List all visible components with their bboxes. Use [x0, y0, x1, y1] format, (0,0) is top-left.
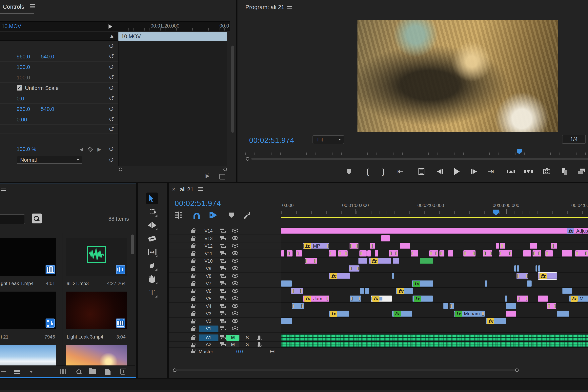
add-marker-icon[interactable] — [226, 210, 237, 220]
timeline-clip[interactable] — [496, 243, 499, 249]
timeline-clip[interactable] — [506, 303, 516, 309]
collapse-arrow-icon[interactable]: ▲ — [110, 33, 114, 39]
toggle-track-output-icon[interactable] — [232, 289, 238, 294]
track-target-v9[interactable]: V9 — [199, 266, 218, 272]
chevron-down-icon[interactable] — [27, 368, 35, 375]
timeline-zoom-handle-left[interactable] — [173, 368, 176, 372]
source-assign-icon[interactable] — [220, 243, 226, 249]
mute-button-a1[interactable]: M — [226, 335, 239, 341]
ec-timeline-clip[interactable]: 10.MOV — [118, 32, 227, 41]
toggle-track-output-icon[interactable] — [232, 259, 238, 264]
play-button[interactable] — [450, 166, 463, 177]
source-assign-icon[interactable] — [220, 318, 226, 324]
project-tab-menu-icon[interactable] — [1, 188, 6, 192]
track-lane-v6[interactable]: fx — [281, 288, 588, 295]
track-target-v6[interactable]: V6 — [199, 288, 218, 294]
voiceover-record-icon[interactable] — [258, 335, 260, 341]
track-target-v5[interactable]: V5 — [199, 296, 218, 302]
tab-effect-controls[interactable]: Controls — [3, 4, 24, 10]
tab-sequence[interactable]: ali 21 — [180, 186, 193, 193]
timeline-clip[interactable] — [440, 250, 444, 256]
lock-icon[interactable] — [191, 228, 195, 234]
go-to-in-button[interactable]: ⇤ — [394, 166, 407, 177]
ec-vertical-scrollbar[interactable] — [231, 46, 234, 133]
track-lane-v4[interactable] — [281, 303, 588, 310]
timeline-clip[interactable] — [358, 258, 367, 264]
source-assign-icon[interactable] — [220, 311, 226, 316]
timeline-clip[interactable] — [400, 243, 410, 249]
source-assign-icon[interactable] — [220, 288, 226, 294]
anchor-point-value-0[interactable]: 960.0 — [17, 106, 30, 112]
timeline-clip[interactable] — [483, 250, 492, 256]
timeline-clip[interactable] — [281, 318, 292, 324]
track-target-v3[interactable]: V3 — [199, 310, 218, 317]
step-back-button[interactable] — [434, 166, 446, 177]
list-view-icon[interactable] — [13, 368, 21, 375]
track-lane-v9[interactable] — [281, 265, 588, 272]
safe-margins-button[interactable] — [415, 166, 428, 177]
panel-menu-icon[interactable] — [198, 187, 203, 191]
timeline-clip[interactable] — [375, 250, 378, 256]
track-lane-v8[interactable]: fxfx — [281, 272, 588, 280]
timeline-clip[interactable] — [393, 258, 399, 264]
lock-icon[interactable] — [191, 251, 195, 256]
lift-button[interactable] — [505, 166, 517, 177]
timeline-clip[interactable]: fxMP — [303, 243, 329, 249]
timeline-clip[interactable]: fx — [329, 310, 349, 317]
timeline-clip[interactable] — [485, 280, 487, 286]
timeline-clip[interactable] — [429, 250, 438, 256]
source-assign-icon[interactable] — [220, 273, 226, 279]
lock-icon[interactable] — [191, 273, 195, 279]
lock-icon[interactable] — [191, 318, 195, 324]
timeline-clip[interactable] — [291, 288, 303, 294]
program-timecode[interactable]: 00:02:51.974 — [249, 136, 294, 144]
reset-scale-width-icon[interactable]: ↺ — [109, 74, 114, 80]
audio-lane-a2[interactable] — [281, 342, 588, 348]
timeline-clip[interactable] — [381, 235, 390, 242]
timeline-clip[interactable]: fx — [396, 288, 413, 294]
razor-tool[interactable] — [146, 233, 158, 244]
playback-resolution-select[interactable]: 1/4 — [562, 135, 586, 144]
toggle-track-output-icon[interactable] — [232, 319, 238, 324]
uniform-scale-checkbox[interactable]: ✓ — [17, 85, 22, 90]
lock-icon[interactable] — [191, 258, 195, 264]
timeline-clip[interactable] — [411, 250, 418, 256]
timeline-clip[interactable] — [536, 266, 537, 272]
timeline-clip[interactable] — [448, 250, 453, 256]
timeline-clip[interactable] — [557, 310, 569, 317]
lock-icon[interactable] — [191, 288, 195, 294]
reset-blend-mode-icon[interactable]: ↺ — [109, 157, 114, 163]
program-video-frame[interactable] — [358, 20, 558, 132]
scale-value-0[interactable]: 100.0 — [17, 64, 30, 70]
search-input[interactable] — [0, 214, 25, 224]
track-target-v8[interactable]: V8 — [199, 273, 218, 280]
timeline-clip[interactable] — [281, 250, 284, 256]
timeline-clip[interactable]: fx — [369, 258, 391, 264]
reset-opacity-header-icon[interactable]: ↺ — [109, 126, 114, 132]
toggle-track-output-icon[interactable] — [232, 296, 238, 301]
timeline-clip[interactable] — [389, 250, 398, 256]
timeline-zoom-handle-right[interactable] — [515, 368, 519, 372]
opacity-value[interactable]: 100.0 % — [17, 146, 36, 152]
toggle-track-output-icon[interactable] — [232, 304, 238, 308]
ec-timeline-area[interactable] — [118, 41, 227, 166]
lock-icon[interactable] — [191, 348, 195, 354]
source-assign-icon[interactable] — [220, 258, 226, 264]
timeline-clip[interactable] — [505, 296, 507, 302]
lock-icon[interactable] — [191, 304, 195, 309]
scale-width-value-0[interactable]: 100.0 — [17, 75, 30, 81]
lock-icon[interactable] — [191, 266, 195, 272]
new-item-icon[interactable] — [104, 368, 112, 375]
timeline-clip[interactable] — [392, 273, 394, 279]
timeline-clip[interactable] — [517, 273, 528, 279]
toggle-track-output-icon[interactable] — [232, 312, 238, 316]
next-keyframe-icon[interactable]: ▶ — [97, 146, 101, 152]
track-target-v11[interactable]: V11 — [199, 250, 218, 257]
track-lane-v1[interactable] — [281, 325, 588, 333]
timeline-clip[interactable] — [360, 288, 364, 294]
go-to-out-button[interactable]: ⇥ — [485, 166, 497, 177]
timeline-clip[interactable] — [551, 243, 557, 249]
program-scrollbar[interactable] — [251, 158, 588, 160]
reset-position-icon[interactable]: ↺ — [109, 53, 114, 60]
timeline-clip[interactable] — [563, 288, 572, 294]
